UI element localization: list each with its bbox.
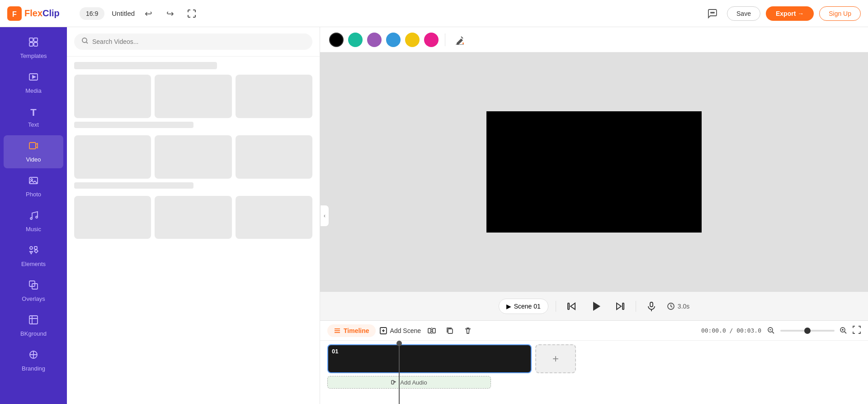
sidebar-item-music-label: Music xyxy=(26,226,41,233)
timeline-tracks: 01 + Add Audio xyxy=(320,341,868,404)
signup-button[interactable]: Sign Up xyxy=(819,6,861,21)
microphone-button[interactable] xyxy=(643,298,660,314)
video-thumb-6[interactable] xyxy=(236,135,312,179)
svg-rect-6 xyxy=(34,38,38,42)
fill-color-button[interactable] xyxy=(452,32,468,48)
text-icon: T xyxy=(30,107,36,119)
fit-to-screen-button[interactable] xyxy=(853,326,861,336)
project-title: Untitled xyxy=(112,10,135,17)
scene-track: 01 + xyxy=(327,344,861,373)
timecode: 00:00.0 / 00:03.0 xyxy=(701,327,761,334)
video-icon xyxy=(28,141,38,153)
color-divider xyxy=(445,33,445,46)
zoom-out-button[interactable] xyxy=(765,324,778,337)
zoom-slider-dot[interactable] xyxy=(804,328,811,334)
aspect-ratio-button[interactable]: 16:9 xyxy=(80,7,104,20)
video-thumb-7[interactable] xyxy=(74,196,151,239)
color-swatch-purple[interactable] xyxy=(367,33,382,47)
media-icon xyxy=(28,72,38,85)
timeline-toolbar: Timeline Add Scene xyxy=(320,321,868,341)
sidebar: Templates Media T Text Video xyxy=(0,27,67,404)
zoom-in-button[interactable] xyxy=(837,324,850,337)
video-thumb-8[interactable] xyxy=(155,196,231,239)
scene-label-button[interactable]: ▶ Scene 01 xyxy=(499,299,548,314)
svg-marker-10 xyxy=(33,76,35,78)
sidebar-item-branding[interactable]: Branding xyxy=(4,344,63,377)
sidebar-item-elements[interactable]: Elements xyxy=(4,240,63,273)
skip-forward-button[interactable] xyxy=(612,298,628,314)
svg-rect-11 xyxy=(29,143,36,149)
export-button[interactable]: Export → xyxy=(766,6,814,21)
video-thumb-2[interactable] xyxy=(155,75,231,118)
play-pause-button[interactable] xyxy=(587,297,605,315)
svg-marker-27 xyxy=(617,303,621,309)
search-input[interactable] xyxy=(92,38,305,45)
timeline-tab[interactable]: Timeline xyxy=(327,324,376,337)
redo-button[interactable]: ↪ xyxy=(162,5,178,22)
split-button[interactable] xyxy=(425,323,439,338)
save-button[interactable]: Save xyxy=(727,6,760,21)
skeleton-text-2 xyxy=(74,182,193,189)
sidebar-item-music[interactable]: Music xyxy=(4,205,63,238)
video-grid-row-1 xyxy=(74,75,312,118)
timeline-playhead[interactable] xyxy=(399,341,400,404)
color-swatch-blue[interactable] xyxy=(386,33,401,47)
overlays-icon xyxy=(28,280,38,293)
svg-point-2 xyxy=(711,12,712,13)
svg-rect-25 xyxy=(568,303,569,309)
sidebar-item-media[interactable]: Media xyxy=(4,67,63,100)
sidebar-item-templates[interactable]: Templates xyxy=(4,32,63,65)
comment-button[interactable] xyxy=(703,5,722,23)
sidebar-item-video[interactable]: Video xyxy=(4,135,63,168)
svg-rect-7 xyxy=(29,43,33,46)
svg-rect-28 xyxy=(623,303,624,309)
sidebar-item-bkground[interactable]: BKground xyxy=(4,309,63,342)
svg-point-14 xyxy=(30,218,32,219)
branding-icon xyxy=(28,350,38,362)
color-swatch-yellow[interactable] xyxy=(405,33,420,47)
undo-button[interactable]: ↩ xyxy=(140,5,156,22)
video-thumb-5[interactable] xyxy=(155,135,231,179)
ctrl-divider-2 xyxy=(636,301,636,312)
video-thumb-1[interactable] xyxy=(74,75,151,118)
preview-canvas xyxy=(320,52,868,291)
timeline-area: Timeline Add Scene xyxy=(320,320,868,404)
delete-button[interactable] xyxy=(461,323,475,338)
add-scene-plus: + xyxy=(552,352,559,365)
svg-rect-8 xyxy=(34,43,38,46)
duplicate-button[interactable] xyxy=(443,323,457,338)
search-input-wrap[interactable] xyxy=(74,33,312,50)
color-swatch-pink[interactable] xyxy=(424,33,439,47)
sidebar-item-overlays[interactable]: Overlays xyxy=(4,275,63,308)
fullscreen-button[interactable] xyxy=(184,5,200,22)
sidebar-item-text-label: Text xyxy=(28,121,39,128)
add-audio-button[interactable]: Add Audio xyxy=(327,376,491,389)
sidebar-item-elements-label: Elements xyxy=(21,261,46,267)
video-grid-row-2 xyxy=(74,135,312,179)
sidebar-item-templates-label: Templates xyxy=(20,52,47,59)
scene-clip-01[interactable]: 01 xyxy=(327,344,532,373)
video-thumb-9[interactable] xyxy=(236,196,312,239)
svg-rect-17 xyxy=(34,247,37,249)
templates-icon xyxy=(28,37,38,50)
video-thumb-4[interactable] xyxy=(74,135,151,179)
svg-rect-39 xyxy=(433,328,435,333)
add-scene-button[interactable]: Add Scene xyxy=(379,327,421,335)
playback-controls: ▶ Scene 01 xyxy=(320,291,868,320)
sidebar-item-text[interactable]: T Text xyxy=(4,101,63,133)
header: F FlexClip 16:9 Untitled ↩ ↪ Save Export… xyxy=(0,0,868,27)
svg-rect-5 xyxy=(29,38,33,42)
video-thumb-3[interactable] xyxy=(236,75,312,118)
sidebar-item-photo[interactable]: Photo xyxy=(4,170,63,203)
zoom-controls xyxy=(765,324,861,337)
color-swatch-teal[interactable] xyxy=(348,33,363,47)
scene-label-text: Scene 01 xyxy=(514,303,541,310)
skeleton-title-1 xyxy=(74,62,217,69)
skip-back-button[interactable] xyxy=(563,298,580,314)
zoom-slider-track[interactable] xyxy=(780,330,835,332)
sidebar-item-photo-label: Photo xyxy=(26,191,41,198)
svg-rect-47 xyxy=(392,380,394,384)
add-scene-clip[interactable]: + xyxy=(535,344,576,373)
color-swatch-black[interactable] xyxy=(329,33,344,47)
panel-collapse-button[interactable]: ‹ xyxy=(320,205,329,227)
